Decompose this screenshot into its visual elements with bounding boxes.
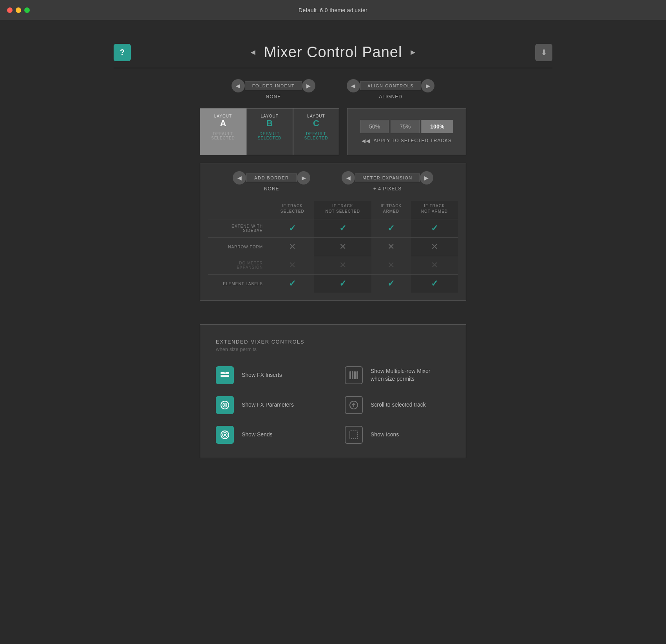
svg-point-9 [224,404,226,406]
spinner-controls-row: ◀ FOLDER INDENT ▶ NONE ◀ ALIGN CONTROLS … [114,79,552,99]
scroll-icon-container [345,396,363,414]
apply-label: APPLY TO SELECTED TRACKS [373,138,452,143]
extended-subtitle: when size permits [216,346,450,352]
multirow-label: Show Multiple-row Mixerwhen size permits [371,367,430,383]
icons-label: Show Icons [371,431,399,439]
add-border-label: ADD BORDER [246,174,297,182]
cell-meter-armed: ✕ [371,256,411,274]
svg-rect-4 [352,371,353,379]
table-row: NARROW FORM ✕ ✕ ✕ ✕ [208,237,458,256]
cell-narrow-armed: ✕ [371,237,411,256]
meter-expansion-right[interactable]: ▶ [420,171,433,185]
main-content: ? ◄ Mixer Control Panel ► ⬇ ◀ FOLDER IND… [114,20,552,644]
maximize-button[interactable] [24,7,30,13]
folder-indent-label: FOLDER INDENT [245,81,302,90]
extended-item-icons: Show Icons [345,426,450,444]
icons-icon-container [345,426,363,444]
cell-meter-not-selected: ✕ [314,256,371,274]
align-controls-right[interactable]: ▶ [421,79,434,92]
add-border-left[interactable]: ◀ [233,171,246,185]
window-title: Default_6.0 theme adjuster [299,7,367,13]
minimize-button[interactable] [16,7,21,13]
cell-extend-armed: ✓ [371,219,411,237]
multirow-icon-container [345,366,363,384]
layout-tab-c[interactable]: LAYOUT C DEFAULT SELECTED [293,108,340,155]
scale-panel: 50% 75% 100% ◀◀ APPLY TO SELECTED TRACKS [347,108,466,155]
scale-50[interactable]: 50% [360,120,389,133]
layout-c-sub2: SELECTED [304,136,328,140]
align-controls-left[interactable]: ◀ [347,79,360,92]
panel-prev-arrow[interactable]: ◄ [249,48,257,57]
window-controls [7,7,30,13]
folder-indent-value: NONE [266,94,281,99]
row-label-meter: DO METER EXPANSION [208,256,271,274]
table-row: ELEMENT LABELS ✓ ✓ ✓ ✓ [208,274,458,293]
grid-table: IF TRACKSELECTED IF TRACKNOT SELECTED IF… [208,201,458,293]
sends-icon-container [216,426,234,444]
download-button[interactable]: ⬇ [535,44,552,61]
apply-row: ◀◀ APPLY TO SELECTED TRACKS [362,138,452,144]
svg-rect-5 [354,371,356,379]
col-header-not-selected: IF TRACKNOT SELECTED [314,201,371,219]
grid-controls: ◀ ADD BORDER ▶ NONE ◀ METER EXPANSION ▶ … [208,171,458,192]
row-label-narrow: NARROW FORM [208,237,271,256]
download-icon: ⬇ [541,48,547,57]
align-controls-spinner: ◀ ALIGN CONTROLS ▶ ALIGNED [347,79,434,99]
fx-inserts-icon-container: FX [216,366,234,384]
icons-icon [348,429,359,440]
layout-a-letter: A [220,118,226,128]
sends-icon [219,429,230,440]
panel-next-arrow[interactable]: ► [409,48,417,57]
svg-rect-1 [221,375,229,377]
svg-rect-14 [350,431,358,439]
question-icon: ? [120,48,125,57]
scale-100[interactable]: 100% [421,120,453,133]
meter-expansion-label: METER EXPANSION [355,174,420,182]
add-border-right[interactable]: ▶ [297,171,310,185]
layout-b-title: LAYOUT [261,114,279,118]
extended-section: EXTENDED MIXER CONTROLS when size permit… [200,324,466,458]
col-header-selected: IF TRACKSELECTED [271,201,314,219]
cell-extend-not-selected: ✓ [314,219,371,237]
fx-icon: FX [219,370,230,381]
extended-section-wrapper: EXTENDED MIXER CONTROLS when size permit… [200,324,466,458]
cell-meter-not-armed: ✕ [411,256,458,274]
layout-tab-a[interactable]: LAYOUT A DEFAULT SELECTED [200,108,246,155]
extended-item-multirow: Show Multiple-row Mixerwhen size permits [345,366,450,384]
svg-text:FX: FX [224,372,226,374]
table-row: EXTEND WITH SIDEBAR ✓ ✓ ✓ ✓ [208,219,458,237]
scale-75[interactable]: 75% [391,120,420,133]
layout-tabs: LAYOUT A DEFAULT SELECTED LAYOUT B DEFAU… [200,108,339,155]
fx-params-icon-container [216,396,234,414]
cell-meter-selected: ✕ [271,256,314,274]
close-button[interactable] [7,7,13,13]
apply-arrows-icon: ◀◀ [362,138,370,144]
layout-section: LAYOUT A DEFAULT SELECTED LAYOUT B DEFAU… [200,108,466,155]
header-separator [114,68,552,68]
multirow-icon [348,370,359,381]
folder-indent-spinner: ◀ FOLDER INDENT ▶ NONE [232,79,315,99]
cell-labels-selected: ✓ [271,274,314,293]
grid-section: ◀ ADD BORDER ▶ NONE ◀ METER EXPANSION ▶ … [200,163,466,301]
extended-item-sends: Show Sends [216,426,321,444]
svg-point-13 [224,434,226,436]
extended-grid: FX Show FX Inserts S [216,366,450,444]
folder-indent-left[interactable]: ◀ [232,79,245,92]
help-button[interactable]: ? [114,44,131,61]
col-header-not-armed: IF TRACKNOT ARMED [411,201,458,219]
meter-expansion-left[interactable]: ◀ [342,171,355,185]
layout-tab-b[interactable]: LAYOUT B DEFAULT SELECTED [246,108,293,155]
table-row: DO METER EXPANSION ✕ ✕ ✕ ✕ [208,256,458,274]
add-border-spinner: ◀ ADD BORDER ▶ NONE [233,171,310,192]
meter-expansion-value: + 4 PIXELS [373,186,402,192]
fx-params-label: Show FX Parameters [242,401,294,409]
folder-indent-right[interactable]: ▶ [302,79,315,92]
layout-a-sub1: DEFAULT [211,132,235,136]
align-controls-label: ALIGN CONTROLS [360,81,421,90]
cell-narrow-not-armed: ✕ [411,237,458,256]
layout-b-sub1: DEFAULT [258,132,282,136]
meter-expansion-row: ◀ METER EXPANSION ▶ [342,171,433,185]
extended-item-fx-params: Show FX Parameters [216,396,321,414]
cell-narrow-selected: ✕ [271,237,314,256]
row-label-extend: EXTEND WITH SIDEBAR [208,219,271,237]
